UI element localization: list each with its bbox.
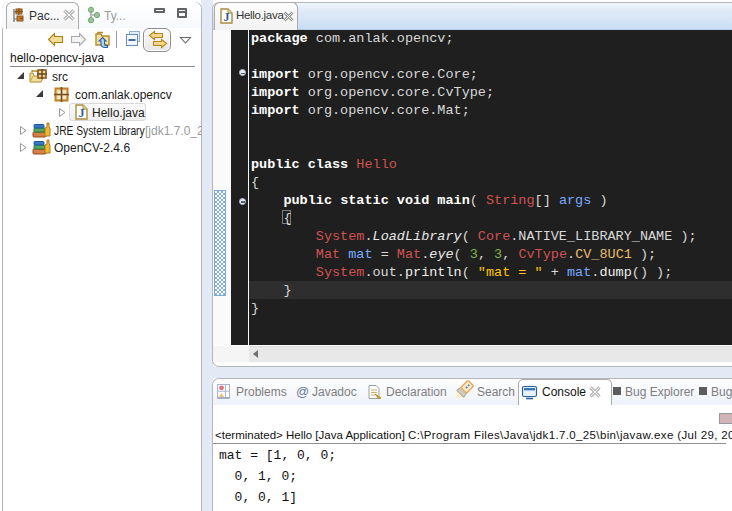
svg-text:J: J — [79, 106, 85, 120]
svg-text:J: J — [224, 10, 230, 24]
